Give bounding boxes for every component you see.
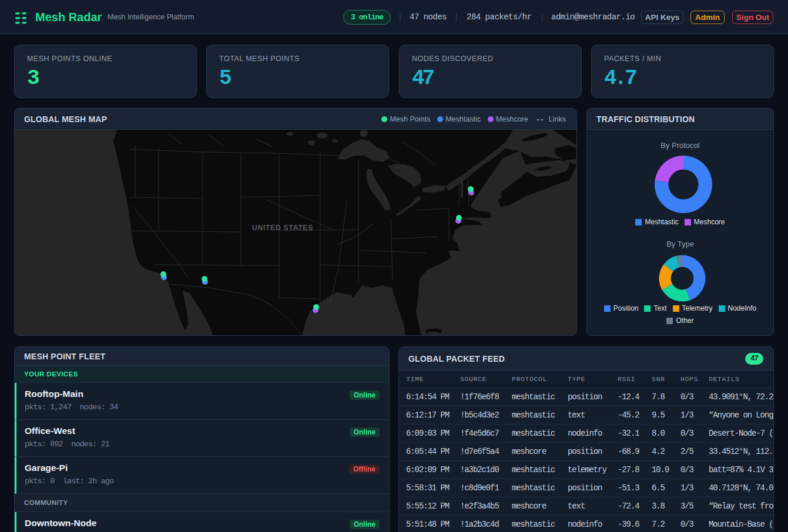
svg-text:UNITED STATES: UNITED STATES	[252, 224, 313, 232]
